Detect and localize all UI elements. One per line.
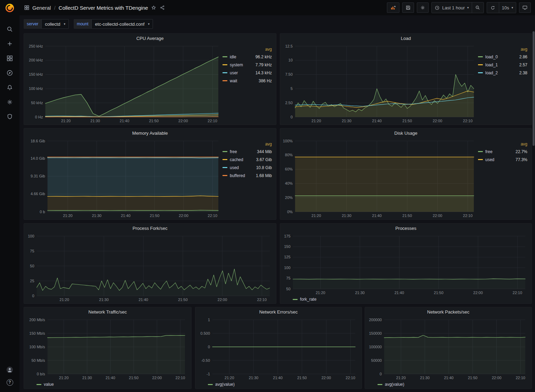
panel-network-errors: Network Errors/sec -1-0.5000.500121:2021…: [195, 307, 362, 389]
series-avg-value: 14.3 kHz: [256, 70, 272, 75]
legend-sort-header[interactable]: avg: [222, 142, 272, 147]
add-panel-button[interactable]: [387, 2, 399, 13]
series-name: fork_rate: [300, 297, 316, 302]
series-avg-value: 2.86: [519, 55, 527, 59]
time-series-chart[interactable]: 0%20%40%60%80%100%21:2021:3021:4021:5022…: [282, 137, 478, 219]
svg-text:150 Mb/s: 150 Mb/s: [29, 331, 45, 335]
refresh-interval-label: 10s: [502, 5, 509, 10]
gear-icon: [6, 99, 13, 106]
series-name: system: [230, 62, 253, 67]
save-dashboard-button[interactable]: [402, 2, 414, 13]
variable-mount[interactable]: mount etc-collectd-collectd.conf ▾: [74, 19, 153, 29]
svg-text:0: 0: [380, 372, 382, 376]
time-series-chart[interactable]: 02.5057.501012.521:2021:3021:4021:5022:0…: [282, 43, 478, 124]
time-series-chart[interactable]: 0 b4.66 Gib9.31 Gib14.0 Gib18.6 Gib21:20…: [26, 137, 222, 219]
panel-title[interactable]: Disk Usage: [280, 128, 532, 137]
sidebar-dashboards[interactable]: [6, 55, 13, 62]
panel-title[interactable]: Network Packets/sec: [365, 307, 532, 316]
time-range-picker[interactable]: Last 1 hour ▾: [432, 2, 472, 13]
legend-item[interactable]: used10.8 Gib: [222, 164, 272, 172]
legend-item[interactable]: load_12.57: [478, 61, 527, 69]
monitor-icon: [522, 5, 528, 10]
panel-title[interactable]: Memory Available: [24, 128, 276, 137]
panel-legend: avgfree344 Mibcached3.67 Gibused10.8 Gib…: [222, 137, 274, 219]
series-color-dash: [378, 384, 382, 385]
grafana-logo[interactable]: [5, 3, 15, 13]
panel-title[interactable]: Network Errors/sec: [195, 307, 362, 316]
legend-item[interactable]: buffered1.68 Mib: [222, 172, 272, 180]
legend-item[interactable]: used77.3%: [478, 156, 527, 164]
sidebar-alerting[interactable]: [6, 84, 13, 91]
time-series-chart[interactable]: 507510012515017521:2021:3021:4021:5022:0…: [282, 233, 529, 296]
time-series-chart[interactable]: -1-0.5000.500121:2021:3021:4021:5022:002…: [197, 316, 359, 381]
refresh-button[interactable]: [487, 2, 499, 13]
time-range-label: Last 1 hour: [442, 5, 465, 10]
time-series-chart[interactable]: 0 Hz50 kHz100 kHz150 kHz200 kHz250 kHz21…: [26, 43, 222, 124]
svg-text:9.31 Gib: 9.31 Gib: [31, 174, 45, 178]
svg-text:21:40: 21:40: [372, 119, 382, 123]
time-series-chart[interactable]: 05000010000015000020000021:2021:3021:402…: [367, 316, 529, 381]
sidebar-search[interactable]: [6, 26, 13, 33]
panel-processes: Processes 507510012515017521:2021:3021:4…: [280, 223, 532, 304]
cycle-view-mode-button[interactable]: [519, 2, 531, 13]
svg-text:22:10: 22:10: [257, 298, 267, 302]
series-color-dash: [222, 80, 227, 81]
svg-text:2.50: 2.50: [285, 101, 292, 105]
svg-text:22:10: 22:10: [463, 119, 473, 123]
legend-item[interactable]: fork_rate: [293, 296, 316, 303]
scrollbar-thumb[interactable]: [533, 31, 535, 146]
panel-legend: avg(value): [197, 381, 359, 388]
plus-icon: [6, 40, 13, 47]
sidebar-server-admin[interactable]: [6, 113, 13, 120]
refresh-interval-picker[interactable]: 10s ▾: [499, 2, 516, 13]
svg-text:60%: 60%: [285, 167, 293, 171]
svg-text:21:30: 21:30: [82, 376, 92, 380]
sidebar-help[interactable]: ?: [6, 379, 13, 386]
legend-item[interactable]: free344 Mib: [222, 148, 272, 156]
time-series-chart[interactable]: 0 b/s50 Mb/s100 Mb/s150 Mb/s200 Mb/s21:2…: [26, 316, 189, 381]
svg-text:21:40: 21:40: [273, 376, 283, 380]
legend-item[interactable]: free22.7%: [478, 148, 527, 156]
svg-text:21:40: 21:40: [121, 214, 131, 218]
variable-server-value[interactable]: collectd ▾: [41, 19, 69, 29]
breadcrumb-folder[interactable]: General: [32, 5, 51, 11]
variable-mount-value[interactable]: etc-collectd-collectd.conf ▾: [91, 19, 153, 29]
series-avg-value: 96.2 kHz: [256, 55, 272, 59]
svg-text:10: 10: [289, 58, 293, 62]
panel-title[interactable]: Load: [280, 34, 532, 43]
breadcrumb-separator: /: [54, 5, 55, 11]
legend-sort-header[interactable]: avg: [478, 47, 527, 52]
legend-item[interactable]: value: [37, 381, 54, 388]
sidebar-configuration[interactable]: [6, 99, 13, 106]
legend-item[interactable]: avg(value): [208, 381, 235, 388]
legend-item[interactable]: wait386 Hz: [222, 77, 272, 85]
panel-title[interactable]: Process Fork/sec: [24, 224, 276, 233]
time-series-chart[interactable]: 025507510021:2021:3021:4021:5022:0022:10: [26, 233, 274, 303]
legend-item[interactable]: load_22.38: [478, 69, 527, 77]
zoom-out-time-button[interactable]: [472, 2, 484, 13]
sidebar-create[interactable]: [6, 40, 13, 47]
share-dashboard-button[interactable]: [160, 5, 165, 11]
panel-title[interactable]: Network Traffic/sec: [24, 307, 191, 316]
legend-sort-header[interactable]: avg: [222, 47, 272, 52]
legend-item[interactable]: user14.3 kHz: [222, 69, 272, 77]
legend-item[interactable]: idle96.2 kHz: [222, 53, 272, 61]
panel-title[interactable]: Processes: [280, 224, 532, 233]
svg-text:100 Mb/s: 100 Mb/s: [29, 345, 45, 349]
dashboard-settings-button[interactable]: [417, 2, 429, 13]
legend-item[interactable]: cached3.67 Gib: [222, 156, 272, 164]
variable-server[interactable]: server collectd ▾: [24, 19, 69, 29]
star-dashboard-button[interactable]: [151, 5, 157, 11]
legend-item[interactable]: avg(value): [378, 381, 404, 388]
svg-text:200 Mb/s: 200 Mb/s: [29, 318, 45, 322]
sidebar-explore[interactable]: [6, 69, 13, 76]
svg-text:5: 5: [291, 86, 293, 91]
legend-item[interactable]: system7.79 kHz: [222, 61, 272, 69]
legend-sort-header[interactable]: avg: [478, 142, 527, 147]
sidebar-user-avatar[interactable]: [6, 366, 13, 373]
panel-title[interactable]: CPU Average: [24, 34, 276, 43]
svg-text:21:50: 21:50: [297, 376, 307, 380]
legend-item[interactable]: load_02.86: [478, 53, 527, 61]
svg-text:50 kHz: 50 kHz: [31, 101, 43, 105]
series-name: idle: [230, 55, 253, 59]
